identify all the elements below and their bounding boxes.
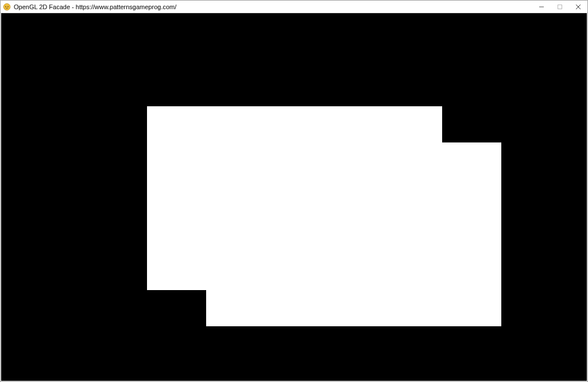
svg-point-1 — [5, 6, 6, 7]
svg-point-2 — [7, 6, 9, 7]
svg-rect-4 — [558, 5, 562, 9]
opengl-canvas — [1, 13, 587, 381]
maximize-button — [551, 1, 569, 13]
render-rect-1 — [206, 142, 501, 326]
app-icon — [3, 3, 11, 11]
minimize-button[interactable] — [532, 1, 551, 13]
window-title: OpenGL 2D Facade - https://www.patternsg… — [14, 3, 176, 10]
svg-point-0 — [3, 3, 10, 10]
close-button[interactable] — [569, 1, 587, 13]
window-controls — [532, 1, 587, 13]
titlebar[interactable]: OpenGL 2D Facade - https://www.patternsg… — [1, 1, 587, 13]
